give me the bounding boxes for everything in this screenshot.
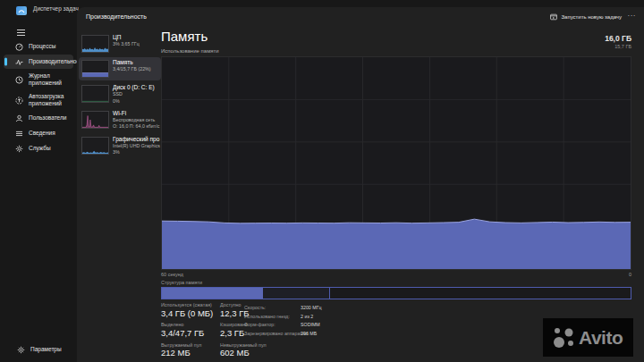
run-new-task-button[interactable]: Запустить новую задачу (546, 11, 626, 23)
memory-panel: Память 16,0 ГБ 15,7 ГБ Использование пам… (161, 29, 631, 362)
avito-watermark-text: Avito (579, 327, 623, 349)
perf-item-detail2: 0% (113, 98, 155, 105)
task-manager-window: Диспетчер задач Процессы Производительно… (0, 0, 644, 362)
memory-usage-graph (161, 56, 631, 270)
detail-value: 602 МБ (220, 349, 267, 358)
sidebar-item-services[interactable]: Службы (4, 142, 73, 156)
detail-label: Использовано гнезд: (244, 314, 290, 319)
sidebar-item-label: Сведения (29, 130, 55, 137)
disk-minigraph (81, 85, 109, 103)
memory-title: Память (161, 29, 208, 44)
perf-item-disk[interactable]: Диск 0 (D: C: E) SSD 0% (79, 82, 161, 106)
memory-usage-label: Использование памяти (161, 48, 219, 54)
sidebar-item-startup-apps[interactable]: Автозагрузка приложений (4, 90, 73, 110)
sidebar: Процессы Производительность Журнал прило… (0, 23, 77, 362)
axis-right-label: 0 (629, 272, 631, 277)
detail-label: Зарезервировано аппаратно: (244, 331, 309, 336)
perf-item-wifi[interactable]: Wi-Fi Беспроводная сеть О: 16,0 П: 64,0 … (79, 108, 161, 132)
pulse-icon (15, 58, 23, 66)
gauge-icon (15, 43, 23, 51)
sidebar-item-details[interactable]: Сведения (4, 127, 73, 141)
sidebar-item-settings[interactable]: Параметры (5, 342, 72, 357)
perf-item-detail2: 3% (113, 149, 159, 156)
gear-icon (17, 346, 25, 354)
sidebar-item-label: Автозагрузка приложений (29, 93, 71, 107)
startup-icon (15, 97, 23, 105)
detail-label: Невыгружаемый пул (220, 342, 267, 348)
avito-watermark: Avito (543, 318, 633, 357)
run-new-task-label: Запустить новую задачу (561, 14, 622, 20)
detail-label: Выгружаемый пул (161, 342, 213, 348)
perf-item-name: Wi-Fi (113, 110, 159, 117)
new-task-icon (550, 13, 557, 21)
perf-item-detail: SSD (113, 91, 155, 97)
perf-item-detail: Intel(R) UHD Graphics (113, 143, 159, 149)
sidebar-item-performance[interactable]: Производительность (4, 55, 73, 69)
services-gear-icon (15, 145, 23, 153)
memory-total: 16,0 ГБ (605, 34, 631, 43)
perf-item-gpu[interactable]: Графический про Intel(R) UHD Graphics 3% (79, 134, 161, 158)
list-icon (15, 130, 23, 138)
perf-item-name: Диск 0 (D: C: E) (113, 84, 155, 91)
detail-value: 3,4 ГБ (0 МБ) (161, 309, 213, 318)
sidebar-item-label: Пользователи (29, 114, 66, 122)
composition-segment-free (330, 288, 631, 299)
more-options-icon[interactable]: ··· (625, 10, 640, 21)
detail-value: SODIMM (301, 322, 320, 327)
sidebar-item-label: Процессы (29, 43, 55, 50)
sidebar-item-processes[interactable]: Процессы (4, 39, 73, 54)
axis-left-label: 60 секунд (161, 272, 183, 277)
content-panel: Производительность Запустить новую задач… (77, 7, 644, 362)
sidebar-item-app-history[interactable]: Журнал приложений (4, 70, 73, 89)
gpu-minigraph (81, 137, 109, 155)
detail-value: 3,4/47,7 ГБ (161, 329, 213, 338)
perf-item-name: Графический про (113, 136, 159, 143)
perf-item-cpu[interactable]: ЦП 3% 3,65 ГГц (79, 32, 161, 55)
graph-grid (162, 57, 631, 269)
avito-logo-circles (549, 324, 577, 352)
memory-graph-fill (162, 219, 631, 269)
window-title: Диспетчер задач (33, 5, 79, 12)
memory-minigraph (81, 60, 109, 78)
sidebar-item-label: Журнал приложений (29, 72, 71, 87)
perf-item-detail2: О: 16,0 П: 64,0 кбит/с (113, 123, 159, 130)
cpu-minigraph (81, 35, 109, 53)
perf-item-detail: 3% 3,65 ГГц (113, 41, 140, 47)
memory-composition-label: Структура памяти (161, 280, 202, 285)
memory-usable: 15,7 ГБ (614, 44, 631, 49)
detail-label: Форм-фактор: (244, 322, 275, 327)
users-icon (15, 114, 23, 122)
perf-item-name: Память (113, 59, 151, 66)
detail-label: Используется (сжатая) (161, 302, 213, 307)
detail-label: Выделено (161, 322, 213, 327)
detail-value: 212 МБ (161, 349, 213, 358)
wifi-minigraph (81, 111, 109, 129)
memory-composition-bar (161, 287, 631, 299)
perf-item-detail: 3,4/15,7 ГБ (22%) (113, 66, 151, 72)
sidebar-item-label: Параметры (30, 346, 62, 353)
detail-value: 296 МБ (301, 331, 317, 336)
performance-list: ЦП 3% 3,65 ГГц Память 3,4/15,7 ГБ (22%) (79, 32, 161, 160)
sidebar-item-users[interactable]: Пользователи (4, 112, 73, 126)
perf-item-name: ЦП (113, 34, 140, 41)
detail-label: Скорость: (244, 305, 266, 310)
clock-icon (15, 76, 23, 84)
perf-item-memory[interactable]: Память 3,4/15,7 ГБ (22%) (79, 57, 161, 80)
detail-value: 2 из 2 (301, 314, 313, 319)
memory-details-right: Скорость:3200 МГц Использовано гнезд:2 и… (244, 305, 360, 339)
memory-graph-line (162, 219, 631, 223)
composition-segment-in-use (162, 288, 263, 299)
perf-item-detail: Беспроводная сеть (113, 117, 159, 123)
composition-segment-modified (263, 288, 330, 299)
page-title: Производительность (86, 13, 147, 20)
task-manager-app-icon (16, 6, 27, 15)
sidebar-item-label: Службы (29, 145, 51, 152)
detail-value: 3200 МГц (301, 305, 322, 310)
